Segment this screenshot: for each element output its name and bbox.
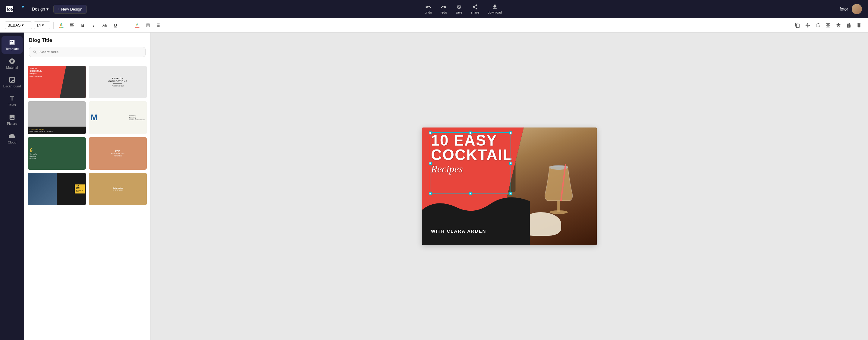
save-button[interactable]: save <box>456 4 462 14</box>
main-area: Template Material Background Texts Pictu… <box>0 33 868 340</box>
user-avatar[interactable] <box>852 4 862 14</box>
highlight-button[interactable] <box>144 21 153 30</box>
search-icon <box>33 50 37 54</box>
sidebar-item-picture[interactable]: Picture <box>1 111 23 128</box>
template-card-fashion[interactable]: FASHION CONNECTIONS FASHION SHOW <box>89 66 147 98</box>
panel-title: Blog Title <box>29 37 146 43</box>
italic-button[interactable]: I <box>89 21 98 30</box>
sidebar-item-material[interactable]: Material <box>1 55 23 72</box>
divider-1 <box>53 22 54 29</box>
sidebar-item-texts[interactable]: Texts <box>1 92 23 110</box>
new-design-button[interactable]: + New Design <box>53 5 87 13</box>
top-bar-left: fotor Design ▾ + New Design <box>6 5 87 13</box>
format-bar: BEBAS ▾ 14 ▾ A B I Aa U A <box>0 18 868 33</box>
rotate-button[interactable] <box>814 21 822 30</box>
design-dropdown[interactable]: Design ▾ <box>32 7 49 11</box>
fill-color-button[interactable]: A <box>133 21 142 30</box>
user-name-label: fotor <box>840 7 848 11</box>
sidebar-texts-label: Texts <box>8 103 16 107</box>
font-size-button[interactable]: Aa <box>100 21 109 30</box>
svg-point-9 <box>550 210 568 214</box>
canvas-title-cursive: Recipes <box>431 163 509 175</box>
download-button[interactable]: download <box>488 4 502 14</box>
sidebar-item-template[interactable]: Template <box>1 36 23 54</box>
canvas-byline: WITH CLARA ARDEN <box>431 228 486 234</box>
canvas-text-block: 10 EASY COCKTAIL Recipes <box>431 133 509 175</box>
svg-point-2 <box>22 6 24 7</box>
align-center-button[interactable] <box>824 21 832 30</box>
template-card-marketing[interactable]: M aximizingMarketing FOR THE PROFESSIONA… <box>89 101 147 134</box>
sidebar-picture-label: Picture <box>7 122 17 125</box>
top-bar-center: undo redo save share download <box>425 4 502 14</box>
share-button[interactable]: share <box>471 4 479 14</box>
sidebar-item-cloud[interactable]: Cloud <box>1 130 23 147</box>
texture-button[interactable] <box>154 21 163 30</box>
canvas: 10 EASY COCKTAIL Recipes WITH CLARA ARDE… <box>422 127 597 245</box>
template-card-newyear[interactable]: 6 Tips to KickStart YourNew Year <box>28 137 86 170</box>
template-card-cocktail[interactable]: 10 EASY COCKTAIL Recipes WITH CLARA ARDE… <box>28 66 86 98</box>
position-button[interactable] <box>804 21 812 30</box>
sidebar-item-background[interactable]: Background <box>1 73 23 91</box>
underline-button[interactable]: U <box>111 21 120 30</box>
undo-button[interactable]: undo <box>425 4 432 14</box>
sidebar-background-label: Background <box>3 84 21 88</box>
font-selector[interactable]: BEBAS ▾ <box>5 22 32 29</box>
canvas-title-line2: COCKTAIL <box>431 148 509 162</box>
template-card-places[interactable]: 12 BESTPLACES TOVISIT <box>28 173 86 205</box>
letter-spacing-button[interactable] <box>122 21 131 30</box>
template-card-style[interactable]: Unlimited Style HOW TO MAXIMISE YOUR LOO… <box>28 101 86 134</box>
top-bar: fotor Design ▾ + New Design undo redo sa… <box>0 0 868 18</box>
align-button[interactable] <box>67 21 76 30</box>
layer-button[interactable] <box>834 21 843 30</box>
sidebar-template-label: Template <box>5 47 19 51</box>
sidebar-material-label: Material <box>6 66 18 69</box>
canvas-area[interactable]: 10 EASY COCKTAIL Recipes WITH CLARA ARDE… <box>151 33 868 340</box>
top-bar-right: fotor <box>840 4 862 14</box>
font-size-selector[interactable]: 14 ▾ <box>34 22 50 29</box>
svg-point-5 <box>10 79 11 79</box>
search-input[interactable] <box>39 50 142 54</box>
duplicate-button[interactable] <box>793 21 802 30</box>
canvas-wave-shape <box>422 192 535 245</box>
design-label: Design <box>32 7 45 11</box>
font-name-label: BEBAS <box>7 23 21 27</box>
delete-button[interactable] <box>855 21 863 30</box>
font-size-label: 14 <box>36 23 41 27</box>
svg-text:fotor: fotor <box>7 7 16 12</box>
canvas-byline-text: WITH CLARA ARDEN <box>431 228 486 234</box>
panel-header: Blog Title <box>24 33 150 62</box>
lock-button[interactable] <box>844 21 853 30</box>
template-card-recipe[interactable]: Daily recipeof one week <box>89 173 147 205</box>
redo-button[interactable]: redo <box>440 4 447 14</box>
search-box[interactable] <box>29 47 146 57</box>
sidebar-cloud-label: Cloud <box>8 141 17 144</box>
template-card-mothers[interactable]: EPIC MOTHER'S DAYRECIPES <box>89 137 147 170</box>
text-color-button[interactable]: A <box>57 21 66 30</box>
right-toolbar <box>793 21 863 30</box>
fotor-logo: fotor <box>6 5 27 13</box>
sidebar: Template Material Background Texts Pictu… <box>0 33 24 340</box>
template-panel: Blog Title 10 EASY COCKTAIL Recipes WITH <box>24 33 151 340</box>
bold-button[interactable]: B <box>79 21 87 30</box>
canvas-title-line1: 10 EASY <box>431 133 509 148</box>
template-grid: 10 EASY COCKTAIL Recipes WITH CLARA ARDE… <box>24 62 150 209</box>
